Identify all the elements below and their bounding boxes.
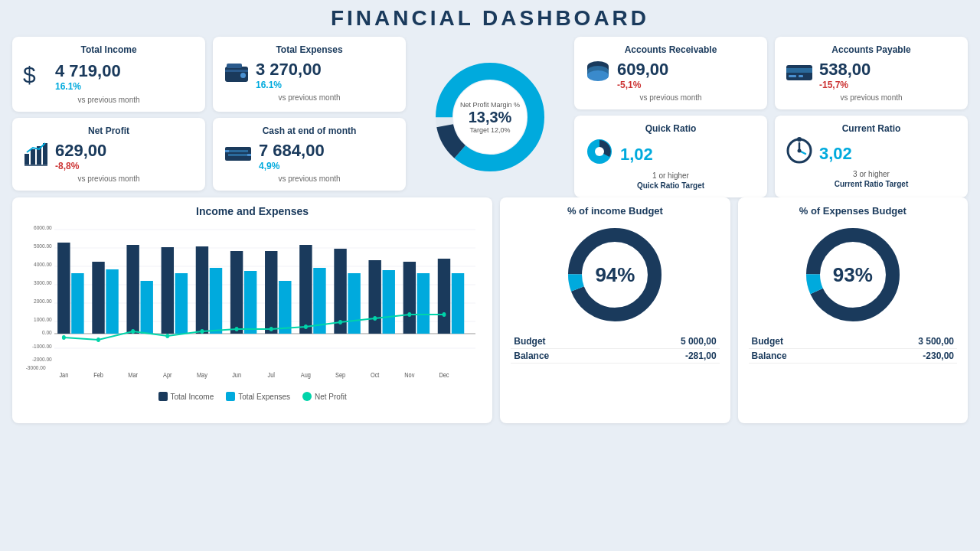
svg-text:Sep: Sep <box>335 371 346 379</box>
svg-point-82 <box>200 329 204 334</box>
svg-rect-64 <box>403 262 416 334</box>
dashboard: FINANCIAL DASHBOARD Total Income $ 4 719… <box>0 0 980 551</box>
svg-point-89 <box>443 312 446 317</box>
income-budget-budget-row: Budget 5 000,00 <box>511 334 719 349</box>
current-ratio-sub: 3 or higher <box>786 170 957 178</box>
npm-title: Net Profit Margin % <box>460 101 520 109</box>
svg-rect-68 <box>141 281 153 334</box>
expenses-budget-balance-row: Balance -230,00 <box>749 349 957 364</box>
kpi-ar-vs: vs previous month <box>585 93 756 102</box>
legend-expenses-dot <box>226 392 235 401</box>
kpi-accounts-payable: Accounts Payable 538,00 <box>775 37 968 109</box>
svg-text:2000.00: 2000.00 <box>34 297 52 305</box>
income-budget-label: Budget <box>514 336 545 347</box>
kpi-cash-end-month: Cash at end of month <box>213 118 406 191</box>
right-kpis: Accounts Receivable 6 <box>574 37 968 197</box>
svg-rect-67 <box>106 269 118 334</box>
svg-point-31 <box>797 137 802 142</box>
kpi-current-ratio: Current Ratio 3,02 <box>775 116 968 197</box>
svg-point-88 <box>407 312 411 317</box>
svg-text:Aug: Aug <box>301 371 312 379</box>
kpi-total-expenses: Total Expenses 3 270,00 <box>213 37 406 112</box>
kpi-net-profit-value: 629,00 <box>55 141 194 161</box>
expenses-budget-donut: 93% <box>799 221 906 328</box>
svg-rect-59 <box>230 251 243 334</box>
kpi-net-profit-change: -8,8% <box>55 161 194 171</box>
svg-point-86 <box>338 320 342 324</box>
kpi-total-income-change: 16.1% <box>55 81 194 92</box>
expenses-budget-value: 3 500,00 <box>918 336 954 347</box>
svg-rect-60 <box>265 251 277 334</box>
expenses-balance-value: -230,00 <box>923 350 954 361</box>
kpi-total-income-title: Total Income <box>23 44 194 55</box>
svg-text:-2000.00: -2000.00 <box>32 355 52 363</box>
wallet-icon <box>224 62 250 89</box>
svg-rect-57 <box>162 247 174 334</box>
kpi-net-profit-vs: vs previous month <box>23 174 194 183</box>
expenses-budget-budget-row: Budget 3 500,00 <box>749 334 957 349</box>
kpi-ar-title: Accounts Receivable <box>585 44 756 55</box>
svg-rect-66 <box>71 273 83 334</box>
quick-ratio-target: Quick Ratio Target <box>585 181 756 190</box>
legend-net-profit-dot <box>302 392 312 401</box>
income-budget-card: % of income Budget 94% Budget 5 000,00 <box>500 197 730 423</box>
svg-rect-26 <box>789 75 796 77</box>
income-balance-label: Balance <box>514 350 549 361</box>
svg-point-23 <box>587 70 609 81</box>
npm-donut-label: Net Profit Margin % 13,3% Target 12,0% <box>460 101 520 134</box>
svg-rect-27 <box>799 75 803 77</box>
svg-rect-54 <box>57 243 70 334</box>
svg-rect-12 <box>228 154 248 156</box>
svg-rect-74 <box>348 273 360 334</box>
svg-point-87 <box>373 316 377 321</box>
quick-ratio-title: Quick Ratio <box>585 123 756 134</box>
svg-point-79 <box>96 337 100 342</box>
kpi-cash-value: 7 684,00 <box>259 141 395 161</box>
npm-value: 13,3% <box>460 109 520 126</box>
expenses-budget-percent: 93% <box>833 263 873 287</box>
chart-legend: Total Income Total Expenses Net Profit <box>23 392 482 401</box>
kpi-total-income-value: 4 719,00 <box>55 61 194 81</box>
kpi-ap-vs: vs previous month <box>786 93 957 102</box>
npm-donut-wrapper: Net Profit Margin % 13,3% Target 12,0% <box>429 56 551 178</box>
income-budget-value: 5 000,00 <box>681 336 717 347</box>
current-ratio-value: 3,02 <box>819 144 852 164</box>
svg-rect-25 <box>786 68 812 73</box>
income-budget-info: Budget 5 000,00 Balance -281,00 <box>511 334 719 364</box>
right-row-2: Quick Ratio 1,02 1 or <box>574 116 968 197</box>
svg-point-80 <box>131 329 135 334</box>
svg-rect-2 <box>225 70 248 72</box>
legend-net-profit-label: Net Profit <box>315 393 347 401</box>
svg-rect-55 <box>92 262 104 334</box>
kpi-ap-title: Accounts Payable <box>786 44 957 55</box>
kpi-cash-title: Cash at end of month <box>224 126 395 136</box>
svg-text:Jul: Jul <box>268 371 276 379</box>
coins-icon <box>585 60 611 90</box>
svg-rect-6 <box>31 149 35 165</box>
svg-text:Oct: Oct <box>371 371 380 379</box>
svg-rect-58 <box>196 246 208 334</box>
svg-text:May: May <box>197 371 208 379</box>
svg-rect-76 <box>417 273 430 334</box>
income-expenses-chart-card: Income and Expenses 6000.00 5000.00 4000… <box>12 197 492 423</box>
svg-text:-1000.00: -1000.00 <box>32 342 52 350</box>
svg-rect-71 <box>244 271 256 334</box>
svg-text:3000.00: 3000.00 <box>34 279 52 286</box>
svg-text:1000.00: 1000.00 <box>34 315 52 323</box>
kpi-ar-change: -5,1% <box>617 80 756 90</box>
income-balance-value: -281,00 <box>685 350 717 361</box>
bar-chart-svg: 6000.00 5000.00 4000.00 3000.00 2000.00 … <box>23 220 482 381</box>
svg-point-34 <box>798 149 802 153</box>
left-kpis: Total Income $ 4 719,00 16.1% vs previou… <box>12 37 406 197</box>
svg-rect-65 <box>438 259 450 334</box>
kpi-ap-value: 538,00 <box>819 60 957 80</box>
svg-text:Jun: Jun <box>232 371 241 379</box>
card-icon <box>786 63 813 88</box>
expenses-budget-title: % of Expenses Budget <box>799 205 906 217</box>
svg-text:0.00: 0.00 <box>42 328 52 336</box>
quick-ratio-sub: 1 or higher <box>585 171 756 180</box>
svg-point-81 <box>165 334 169 338</box>
svg-rect-63 <box>368 260 381 334</box>
right-row-1: Accounts Receivable 6 <box>574 37 968 109</box>
kpi-total-income-vs: vs previous month <box>23 96 194 104</box>
